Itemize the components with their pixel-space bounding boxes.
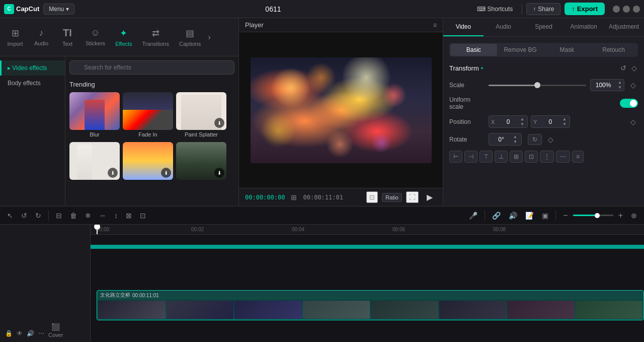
rotate-reset-button[interactable]: ↻ <box>528 134 542 145</box>
cover-label[interactable]: ⬛ Cover <box>48 323 63 338</box>
scale-slider-thumb[interactable] <box>534 82 540 88</box>
search-bar: 🔍 <box>65 56 238 79</box>
player-menu-icon[interactable]: ≡ <box>433 22 437 29</box>
zoom-in-button[interactable]: + <box>615 209 626 222</box>
rotate-spin-down[interactable]: ▼ <box>512 140 518 145</box>
ratio-button[interactable]: Ratio <box>382 193 402 202</box>
tab-stickers[interactable]: ☺ Stickers <box>80 25 110 49</box>
tab-audio[interactable]: ♪ Audio <box>28 25 54 49</box>
rotate-input[interactable] <box>492 136 510 143</box>
caption-link-button[interactable]: 📝 <box>522 210 537 222</box>
zoom-slider[interactable] <box>573 215 613 216</box>
split-button[interactable]: ⊟ <box>53 210 65 222</box>
rotate-keyframe-button[interactable]: ◇ <box>546 135 555 144</box>
sub-tab-basic[interactable]: Basic <box>450 44 497 56</box>
delete-button[interactable]: 🗑 <box>67 210 80 222</box>
frame-size-button[interactable]: ⊡ <box>366 191 378 203</box>
track-visibility-button[interactable]: 👁 <box>16 329 24 338</box>
zoom-out-button[interactable]: − <box>560 209 571 222</box>
tab-effects[interactable]: ✦ Effects <box>110 25 137 50</box>
rotate-spin-up[interactable]: ▲ <box>512 134 518 140</box>
close-button[interactable]: × <box>633 6 640 13</box>
tabs-more-button[interactable]: › <box>206 33 212 42</box>
grid-view-button[interactable]: ⊞ <box>289 192 299 202</box>
group-button[interactable]: ▣ <box>539 210 551 222</box>
mic-button[interactable]: 🎤 <box>466 210 480 222</box>
undo-button[interactable]: ↺ <box>18 210 30 222</box>
fit-button[interactable]: ⊕ <box>628 210 640 222</box>
align-center-v-button[interactable]: ⊞ <box>510 151 523 163</box>
track-labels: 🔒 👁 🔊 ⋯ ⬛ Cover <box>0 225 91 342</box>
tab-import[interactable]: ⊞ Import <box>2 25 28 50</box>
sidebar-item-body-effects[interactable]: Body effects <box>0 76 65 91</box>
effect-sunset[interactable]: ⬇ <box>123 142 173 183</box>
scale-spin-up[interactable]: ▲ <box>616 80 624 85</box>
freeze-button[interactable]: ❄ <box>82 210 94 222</box>
zoom-thumb[interactable] <box>595 213 600 218</box>
align-top-button[interactable]: ⊥ <box>495 151 508 163</box>
align-right-button[interactable]: ⊤ <box>479 151 493 163</box>
crop-button[interactable]: ⊠ <box>123 210 135 222</box>
scale-spin-down[interactable]: ▼ <box>616 85 624 90</box>
align-center-h-button[interactable]: ⊣ <box>464 151 477 163</box>
transform-tl-button[interactable]: ⊡ <box>137 210 149 222</box>
scale-slider[interactable] <box>489 85 586 86</box>
tab-transitions[interactable]: ⇄ Transitions <box>137 25 174 50</box>
align-left-button[interactable]: ⊢ <box>449 151 462 163</box>
align-spread-v-button[interactable]: ⋯ <box>556 151 570 163</box>
position-y-input[interactable] <box>541 118 559 125</box>
search-input[interactable] <box>69 60 234 75</box>
redo-button[interactable]: ↻ <box>32 210 44 222</box>
track-audio-button[interactable]: 🔊 <box>26 329 35 338</box>
x-spin-up[interactable]: ▲ <box>519 117 525 122</box>
tab-adjustment[interactable]: Adjustment <box>604 18 644 36</box>
scale-keyframe-button[interactable]: ◇ <box>628 81 638 89</box>
transform-diamond-button[interactable]: ◇ <box>630 63 638 73</box>
menu-button[interactable]: Menu ▾ <box>43 4 74 15</box>
playhead[interactable] <box>97 225 98 234</box>
maximize-button[interactable]: □ <box>623 6 630 13</box>
sub-tab-mask[interactable]: Mask <box>544 44 591 56</box>
tab-text[interactable]: TI Text <box>54 24 80 50</box>
export-button[interactable]: ↑ Export <box>565 3 605 15</box>
sub-tab-retouch[interactable]: Retouch <box>590 44 637 56</box>
effect-paint-splatter[interactable]: ⬇ Paint Splatter <box>176 92 226 139</box>
tab-captions[interactable]: ▤ Captions <box>174 25 206 50</box>
select-tool-button[interactable]: ↖ <box>4 210 16 222</box>
export-icon: ↑ <box>572 5 575 13</box>
align-spread-h-button[interactable]: ⋮ <box>540 151 554 163</box>
y-spin-up[interactable]: ▲ <box>561 117 568 122</box>
timeline-toolbar: ↖ ↺ ↻ ⊟ 🗑 ❄ ↔ ↕ ⊠ ⊡ 🎤 🔗 🔊 📝 ▣ − + ⊕ <box>0 207 644 225</box>
effect-fadein[interactable]: Fade In <box>123 92 173 139</box>
position-x-input[interactable] <box>499 118 517 125</box>
align-bottom-button[interactable]: ⊡ <box>525 151 538 163</box>
tab-video[interactable]: Video <box>443 18 484 36</box>
uniform-scale-toggle[interactable] <box>620 99 638 108</box>
track-more-button[interactable]: ⋯ <box>37 329 45 338</box>
effect-forest[interactable]: ⬇ <box>176 142 226 183</box>
position-keyframe-button[interactable]: ◇ <box>628 118 638 126</box>
effect-blur[interactable]: Blur <box>69 92 120 139</box>
scale-input[interactable] <box>591 80 616 91</box>
audio-link-button[interactable]: 🔊 <box>506 210 520 222</box>
sub-tab-remove-bg[interactable]: Remove BG <box>497 44 544 56</box>
y-spin-down[interactable]: ▼ <box>561 122 568 127</box>
fullscreen-button[interactable]: ⛶ <box>406 191 419 203</box>
play-button[interactable]: ▶ <box>423 191 437 203</box>
x-spin-down[interactable]: ▼ <box>519 122 525 127</box>
track-lock-button[interactable]: 🔒 <box>4 329 14 338</box>
tab-speed[interactable]: Speed <box>524 18 564 36</box>
minimize-button[interactable]: − <box>613 6 620 13</box>
clip-link-button[interactable]: 🔗 <box>489 210 504 222</box>
transform-reset-button[interactable]: ↺ <box>619 63 627 73</box>
mirror-v-button[interactable]: ↕ <box>111 210 121 222</box>
shortcuts-button[interactable]: ⌨ Shortcuts <box>472 4 518 15</box>
video-track[interactable]: 文化路立交桥 00:00:11:01 <box>97 290 644 320</box>
sidebar-item-video-effects[interactable]: ▸ Video effects <box>0 60 65 76</box>
effect-girl[interactable]: ⬇ <box>69 142 120 183</box>
tab-animation[interactable]: Animation <box>564 18 604 36</box>
align-equal-button[interactable]: ≡ <box>572 151 584 163</box>
share-button[interactable]: ↑ Share <box>526 3 560 15</box>
mirror-h-button[interactable]: ↔ <box>96 210 109 222</box>
tab-audio[interactable]: Audio <box>484 18 524 36</box>
